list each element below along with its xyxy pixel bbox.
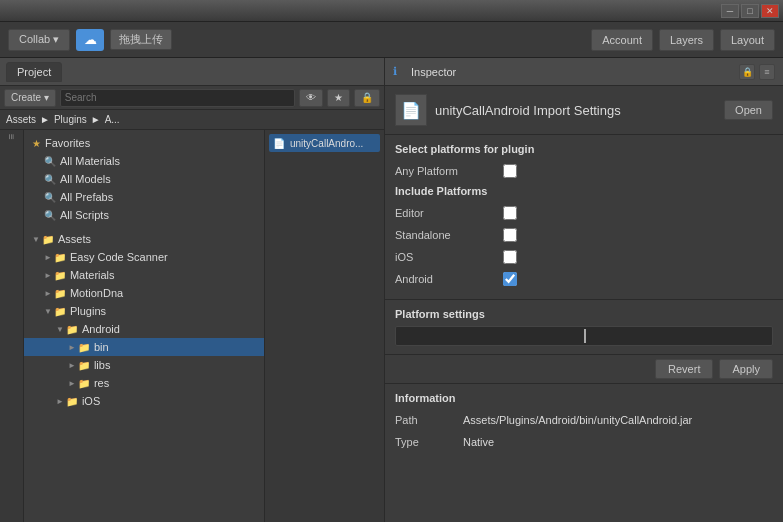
- top-toolbar: Collab ▾ ☁ 拖拽上传 Account Layers Layout: [0, 22, 783, 58]
- apply-button[interactable]: Apply: [719, 359, 773, 379]
- files-panel: 📄 unityCallAndro...: [264, 130, 384, 522]
- import-title: unityCallAndroid Import Settings: [435, 103, 716, 118]
- tree-area: ≡ ★ Favorites 🔍 All Materials 🔍 All Mode…: [0, 130, 384, 522]
- editor-checkbox[interactable]: [503, 206, 517, 220]
- any-platform-label: Any Platform: [395, 165, 495, 177]
- android-checkbox[interactable]: [503, 272, 517, 286]
- maximize-button[interactable]: □: [741, 4, 759, 18]
- path-bar: Assets ► Plugins ► A...: [0, 110, 384, 130]
- ios-checkbox[interactable]: [503, 250, 517, 264]
- upload-label: 拖拽上传: [110, 29, 172, 50]
- any-platform-checkbox[interactable]: [503, 164, 517, 178]
- any-platform-row: Any Platform: [395, 161, 773, 181]
- android-label: Android: [395, 273, 495, 285]
- platform-bar-indicator: [584, 329, 586, 343]
- ios-row: iOS: [395, 247, 773, 267]
- left-icon-1: ≡: [6, 134, 17, 140]
- all-models-item[interactable]: 🔍 All Models: [24, 170, 264, 188]
- path-plugins[interactable]: Plugins: [54, 114, 87, 125]
- path-value: Assets/Plugins/Android/bin/unityCallAndr…: [463, 414, 773, 426]
- bottom-buttons: Revert Apply: [385, 355, 783, 384]
- file-item[interactable]: 📄 unityCallAndro...: [269, 134, 380, 152]
- path-assets[interactable]: Assets: [6, 114, 36, 125]
- project-tab[interactable]: Project: [6, 62, 62, 82]
- favorites-header[interactable]: ★ Favorites: [24, 134, 264, 152]
- left-panel: Project Create ▾ 👁 ★ 🔒 Assets ► Plugins …: [0, 58, 385, 522]
- android-row: Android: [395, 269, 773, 289]
- platform-bar-section: Platform settings: [385, 300, 783, 355]
- left-icons: ≡: [0, 130, 24, 522]
- cloud-icon: ☁: [76, 29, 104, 51]
- inspector-tab[interactable]: Inspector: [403, 63, 464, 81]
- all-materials-item[interactable]: 🔍 All Materials: [24, 152, 264, 170]
- create-button[interactable]: Create ▾: [4, 89, 56, 107]
- materials-item[interactable]: ► 📁 Materials: [24, 266, 264, 284]
- layout-button[interactable]: Layout: [720, 29, 775, 51]
- collab-button[interactable]: Collab ▾: [8, 29, 70, 51]
- platform-section-title: Select platforms for plugin: [395, 143, 773, 155]
- path-key: Path: [395, 414, 455, 426]
- libs-folder-item[interactable]: ► 📁 libs: [24, 356, 264, 374]
- type-key: Type: [395, 436, 455, 448]
- platform-bar: [395, 326, 773, 346]
- include-platforms-title: Include Platforms: [395, 185, 773, 197]
- main-area: Project Create ▾ 👁 ★ 🔒 Assets ► Plugins …: [0, 58, 783, 522]
- panel-toolbar: Create ▾ 👁 ★ 🔒: [0, 86, 384, 110]
- file-thumbnail: 📄: [395, 94, 427, 126]
- editor-row: Editor: [395, 203, 773, 223]
- path-android[interactable]: A...: [105, 114, 120, 125]
- res-folder-item[interactable]: ► 📁 res: [24, 374, 264, 392]
- ios-folder-item[interactable]: ► 📁 iOS: [24, 392, 264, 410]
- motiondna-item[interactable]: ► 📁 MotionDna: [24, 284, 264, 302]
- easy-code-scanner-item[interactable]: ► 📁 Easy Code Scanner: [24, 248, 264, 266]
- editor-label: Editor: [395, 207, 495, 219]
- account-button[interactable]: Account: [591, 29, 653, 51]
- assets-header[interactable]: ▼ 📁 Assets: [24, 230, 264, 248]
- android-folder-item[interactable]: ▼ 📁 Android: [24, 320, 264, 338]
- panel-header: Project: [0, 58, 384, 86]
- platform-settings-title: Platform settings: [395, 308, 773, 320]
- platform-settings-section: Select platforms for plugin Any Platform…: [385, 135, 783, 300]
- open-button[interactable]: Open: [724, 100, 773, 120]
- standalone-checkbox[interactable]: [503, 228, 517, 242]
- inspector-header: ℹ Inspector 🔒 ≡: [385, 58, 783, 86]
- plugins-item[interactable]: ▼ 📁 Plugins: [24, 302, 264, 320]
- minimize-button[interactable]: ─: [721, 4, 739, 18]
- info-section: Information Path Assets/Plugins/Android/…: [385, 384, 783, 462]
- path-row: Path Assets/Plugins/Android/bin/unityCal…: [395, 410, 773, 430]
- type-row: Type Native: [395, 432, 773, 452]
- all-prefabs-item[interactable]: 🔍 All Prefabs: [24, 188, 264, 206]
- inspector-controls: 🔒 ≡: [739, 64, 775, 80]
- ios-label: iOS: [395, 251, 495, 263]
- information-title: Information: [395, 392, 773, 404]
- eye-button[interactable]: 👁: [299, 89, 323, 107]
- close-button[interactable]: ✕: [761, 4, 779, 18]
- menu-ctrl-button[interactable]: ≡: [759, 64, 775, 80]
- bin-folder-item[interactable]: ► 📁 bin: [24, 338, 264, 356]
- tree-content: ★ Favorites 🔍 All Materials 🔍 All Models…: [24, 130, 264, 522]
- import-header: 📄 unityCallAndroid Import Settings Asset…: [385, 86, 783, 135]
- standalone-row: Standalone: [395, 225, 773, 245]
- right-panel: ℹ Inspector 🔒 ≡ 📄 unityCallAndroid Impor…: [385, 58, 783, 522]
- window-controls: ─ □ ✕: [721, 4, 779, 18]
- lock-ctrl-button[interactable]: 🔒: [739, 64, 755, 80]
- star-filter-button[interactable]: ★: [327, 89, 350, 107]
- title-bar: ─ □ ✕: [0, 0, 783, 22]
- search-input[interactable]: [60, 89, 295, 107]
- lock-button[interactable]: 🔒: [354, 89, 380, 107]
- revert-button[interactable]: Revert: [655, 359, 713, 379]
- type-value: Native: [463, 436, 773, 448]
- all-scripts-item[interactable]: 🔍 All Scripts: [24, 206, 264, 224]
- standalone-label: Standalone: [395, 229, 495, 241]
- layers-button[interactable]: Layers: [659, 29, 714, 51]
